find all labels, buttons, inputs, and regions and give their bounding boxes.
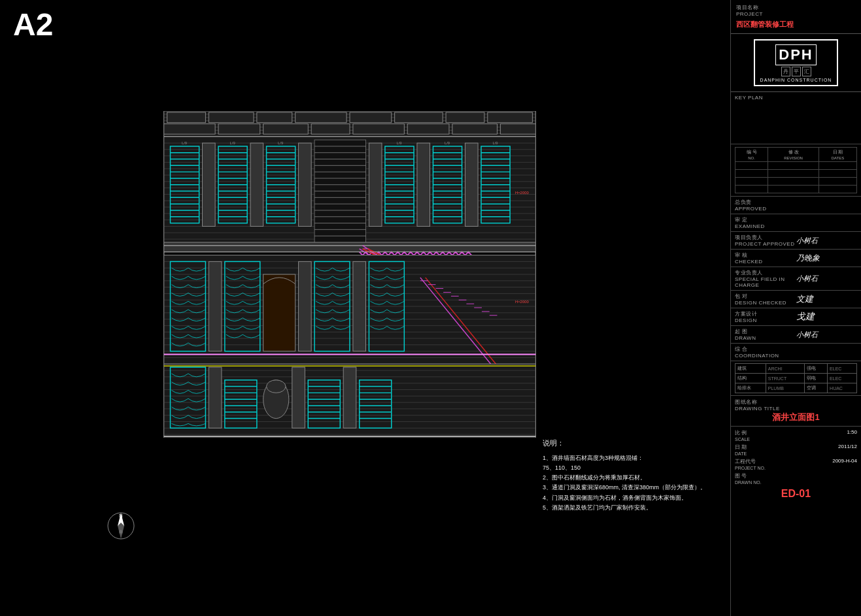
svg-rect-18 (218, 124, 260, 135)
svg-rect-137 (164, 242, 536, 252)
discipline-cell: STRUCT (766, 374, 804, 383)
svg-rect-184 (263, 274, 295, 351)
svg-text:L/9: L/9 (492, 141, 498, 145)
discipline-row: 给排水PLUMB空调HUAC (735, 383, 857, 393)
svg-text:H=2000: H=2000 (515, 191, 529, 195)
approved-section: 总负责APPROVED (731, 197, 861, 214)
examined-section: 审 定EXAMINED (731, 214, 861, 232)
note-item: 2、图中石材翻线减分为将乘加厚石材。 (543, 473, 726, 483)
design-label: 方案设计DESIGN (735, 310, 796, 323)
svg-rect-14 (395, 112, 443, 123)
svg-rect-20 (311, 124, 350, 135)
project-no-value: 2009-H-04 (832, 458, 857, 471)
coordination-section: 综 合COORDINATION (731, 344, 861, 361)
design-section: 方案设计DESIGN 戈建 (731, 308, 861, 326)
svg-rect-226 (292, 367, 305, 428)
sheet-size-label: A2 (13, 7, 53, 42)
note-item: 75、110、150 (543, 463, 726, 473)
design-checked-section: 包 对DESIGN CHECKED 文建 (731, 291, 861, 308)
checked-value: 乃晚象 (796, 253, 858, 264)
discipline-cell: ELEC (828, 364, 857, 374)
cad-drawing: h=xxx L/9 L/9 L/9 L/9 L/9 L/9 H=2000 H=2… (163, 111, 536, 438)
discipline-cell: 建筑 (735, 364, 766, 374)
note-item: 4、门洞及窗洞侧面均为石材，酒务侧背面为木家饰面。 (543, 493, 726, 503)
svg-rect-185 (299, 261, 312, 351)
notes-title: 说明： (543, 438, 726, 449)
drawing-no-row: 图 号DRAWN NO. (735, 472, 857, 485)
revision-col-no: 编 号NO. (735, 148, 768, 162)
svg-rect-111 (417, 143, 430, 226)
discipline-cell: PLUMB (766, 383, 804, 393)
svg-rect-11 (257, 112, 292, 123)
project-no-label: 工程代号PROJECT NO. (735, 458, 766, 471)
revision-section: 编 号NO. 修 改REVISION 日 期DATES (731, 144, 861, 197)
svg-rect-24 (500, 124, 535, 135)
scale-value: 1:50 (847, 429, 857, 442)
svg-text:L/9: L/9 (182, 141, 187, 145)
note-item: 1、酒井墙面石材高度为3种规格混铺： (543, 453, 726, 463)
project-approved-label: 项目负责人PROJECT APPROVED (735, 234, 796, 247)
bottom-info: 比 例SCALE 1:50 日 期DATE 2011/12 工程代号PROJEC… (731, 427, 861, 502)
note-item: 5、酒架洒架及铁艺门均为厂家制作安装。 (543, 503, 726, 513)
discipline-cell: 强电 (804, 364, 827, 374)
special-field-value: 小树石 (796, 274, 858, 284)
project-approved-section: 项目负责人PROJECT APPROVED 小树石 (731, 232, 861, 250)
key-plan-label: KEY PLAN (735, 95, 857, 101)
compass: N 南 (105, 510, 137, 542)
svg-text:L/9: L/9 (445, 141, 450, 145)
discipline-cell: 结构 (735, 374, 766, 383)
discipline-cell: 弱电 (804, 374, 827, 383)
svg-text:L/9: L/9 (230, 141, 235, 145)
svg-rect-81 (299, 143, 312, 226)
logo-area: DPH 丹 平 汇 DANPHIN CONSTRUCTION (731, 34, 861, 92)
examined-label: 审 定EXAMINED (735, 216, 796, 229)
svg-rect-216 (209, 367, 222, 428)
svg-text:L/9: L/9 (396, 141, 401, 145)
discipline-cell: 给排水 (735, 383, 766, 393)
revision-table: 编 号NO. 修 改REVISION 日 期DATES (735, 147, 857, 193)
svg-point-225 (267, 380, 286, 393)
design-checked-label: 包 对DESIGN CHECKED (735, 293, 796, 306)
svg-rect-13 (350, 112, 392, 123)
project-name: 西区翻管装修工程 (736, 20, 856, 29)
disciplines-table: 建筑ARCHI强电ELEC结构STRUCT弱电ELEC给排水PLUMB空调HUA… (735, 363, 857, 393)
svg-rect-98 (369, 143, 382, 226)
special-field-label: 专业负责人SPECIAL FIELD IN CHARGE (735, 269, 796, 288)
svg-rect-9 (167, 112, 206, 123)
svg-rect-16 (488, 112, 533, 123)
key-plan-section: KEY PLAN (731, 92, 861, 144)
drawn-section: 起 图DRAWN 小树石 (731, 326, 861, 344)
svg-text:L/9: L/9 (278, 141, 283, 145)
svg-rect-187 (353, 261, 366, 351)
drawing-no-label: 图 号DRAWN NO. (735, 472, 762, 485)
svg-text:N: N (119, 513, 123, 519)
drawing-title-label: 图纸名称DRAWING TITLE (735, 398, 857, 412)
scale-label: 比 例SCALE (735, 429, 750, 442)
svg-rect-21 (353, 124, 404, 135)
drawing-title-value: 酒井立面图1 (735, 412, 857, 423)
discipline-row: 结构STRUCT弱电ELEC (735, 374, 857, 383)
svg-text:南: 南 (119, 530, 123, 534)
svg-rect-23 (452, 124, 498, 135)
svg-rect-234 (343, 367, 356, 428)
note-item: 3、通道门洞及窗洞深680mm, 清查深380mm（部分为限查）。 (543, 483, 726, 493)
svg-rect-124 (465, 143, 478, 226)
svg-rect-68 (250, 143, 263, 226)
drawing-number: ED-01 (735, 488, 857, 500)
drawing-area: A2 (0, 0, 730, 616)
discipline-row: 建筑ARCHI强电ELEC (735, 364, 857, 374)
drawn-label: 起 图DRAWN (735, 328, 796, 341)
svg-rect-12 (295, 112, 346, 123)
notes-area: 说明： 1、酒井墙面石材高度为3种规格混铺： 75、110、1502、图中石材翻… (543, 438, 726, 513)
svg-rect-17 (164, 124, 215, 135)
project-section: 项目名称 PROJECT 西区翻管装修工程 (731, 0, 861, 34)
discipline-cell: ARCHI (766, 364, 804, 374)
disciplines-section: 建筑ARCHI强电ELEC结构STRUCT弱电ELEC给排水PLUMB空调HUA… (731, 361, 861, 396)
checked-label: 审 核CHECKED (735, 251, 796, 265)
revision-col-dates: 日 期DATES (819, 148, 857, 162)
logo-box: DPH 丹 平 汇 DANPHIN CONSTRUCTION (754, 39, 839, 86)
approved-label: 总负责APPROVED (735, 199, 796, 212)
date-label: 日 期DATE (735, 444, 747, 457)
design-checked-value: 文建 (796, 293, 858, 305)
coordination-label: 综 合COORDINATION (735, 346, 796, 359)
